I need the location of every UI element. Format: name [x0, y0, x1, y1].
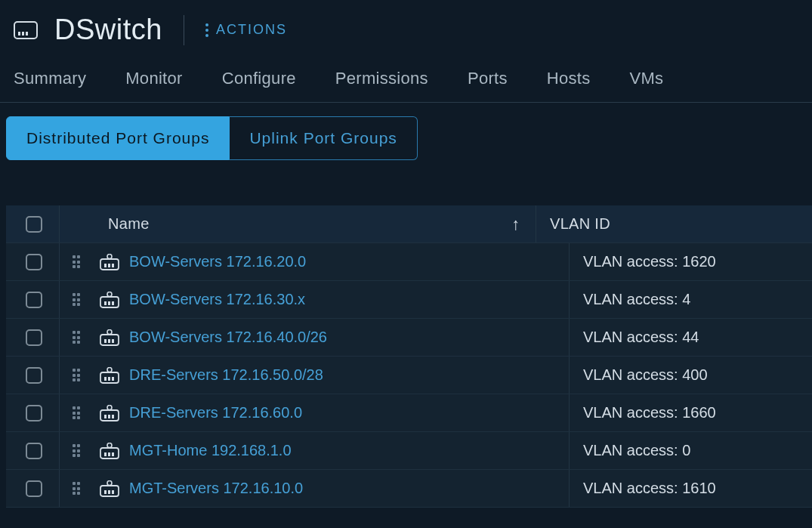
drag-handle-icon[interactable] — [73, 293, 81, 306]
drag-handle-icon[interactable] — [73, 255, 81, 268]
tab-vms[interactable]: VMs — [627, 63, 667, 102]
vlan-id-value: VLAN access: 1660 — [583, 404, 716, 421]
svg-point-26 — [107, 367, 112, 372]
svg-rect-24 — [108, 377, 110, 381]
sort-ascending-icon[interactable]: ↑ — [511, 215, 520, 234]
svg-point-14 — [107, 292, 112, 296]
port-group-name-link[interactable]: DRE-Servers 172.16.50.0/28 — [129, 366, 323, 384]
table-body: BOW-Servers 172.16.20.0 VLAN access: 162… — [6, 243, 812, 508]
svg-rect-18 — [108, 339, 110, 343]
svg-rect-42 — [108, 490, 110, 494]
svg-rect-12 — [108, 301, 110, 305]
svg-rect-7 — [112, 264, 114, 267]
column-header-vlan-id[interactable]: VLAN ID — [550, 215, 610, 232]
table-row: DRE-Servers 172.16.60.0 VLAN access: 166… — [6, 394, 812, 432]
table-header-row: Name ↑ VLAN ID — [6, 205, 812, 243]
port-group-name-link[interactable]: MGT-Servers 172.16.10.0 — [129, 480, 303, 497]
svg-rect-17 — [104, 339, 107, 343]
svg-rect-0 — [14, 22, 37, 39]
tab-permissions[interactable]: Permissions — [332, 63, 431, 102]
table-row: MGT-Home 192.168.1.0 VLAN access: 0 — [6, 432, 812, 470]
port-group-name-link[interactable]: MGT-Home 192.168.1.0 — [129, 442, 292, 459]
vlan-id-value: VLAN access: 0 — [583, 442, 690, 459]
vlan-id-value: VLAN access: 4 — [583, 291, 690, 307]
svg-rect-2 — [22, 32, 24, 36]
tab-configure[interactable]: Configure — [219, 63, 299, 102]
port-group-name-link[interactable]: BOW-Servers 172.16.40.0/26 — [129, 329, 327, 346]
drag-handle-icon[interactable] — [73, 369, 81, 381]
drag-handle-icon[interactable] — [73, 482, 81, 495]
svg-rect-29 — [104, 415, 107, 418]
svg-rect-11 — [104, 301, 107, 305]
svg-rect-30 — [108, 415, 110, 418]
svg-point-38 — [107, 443, 112, 447]
port-group-icon — [100, 292, 119, 308]
row-checkbox[interactable] — [26, 443, 42, 459]
svg-rect-19 — [112, 339, 114, 343]
table-row: MGT-Servers 172.16.10.0 VLAN access: 161… — [6, 470, 812, 508]
kebab-icon — [205, 23, 208, 37]
drag-handle-icon[interactable] — [73, 406, 81, 419]
tab-ports[interactable]: Ports — [465, 63, 511, 102]
svg-point-20 — [107, 329, 112, 334]
svg-rect-36 — [108, 452, 110, 456]
port-group-icon — [100, 443, 119, 459]
svg-rect-43 — [112, 490, 114, 494]
page-header: DSwitch ACTIONS — [0, 0, 812, 54]
svg-rect-13 — [112, 301, 114, 305]
actions-label: ACTIONS — [216, 22, 287, 38]
table-row: BOW-Servers 172.16.20.0 VLAN access: 162… — [6, 243, 812, 281]
drag-handle-icon[interactable] — [73, 444, 81, 457]
svg-rect-1 — [18, 32, 20, 36]
column-header-name[interactable]: Name — [108, 215, 150, 233]
svg-rect-31 — [112, 415, 114, 418]
subtab-uplink-port-groups[interactable]: Uplink Port Groups — [230, 116, 417, 160]
port-group-icon — [100, 329, 119, 346]
row-checkbox[interactable] — [26, 254, 42, 270]
vlan-id-value: VLAN access: 44 — [583, 329, 699, 345]
row-checkbox[interactable] — [26, 292, 42, 308]
svg-point-8 — [107, 254, 112, 258]
row-checkbox[interactable] — [26, 329, 42, 346]
svg-rect-41 — [104, 490, 107, 494]
drag-handle-icon[interactable] — [73, 331, 81, 344]
port-groups-table: Name ↑ VLAN ID — [6, 205, 812, 508]
svg-rect-5 — [104, 264, 107, 267]
tab-summary[interactable]: Summary — [11, 63, 89, 102]
divider — [184, 15, 184, 45]
table-row: BOW-Servers 172.16.30.x VLAN access: 4 — [6, 281, 812, 319]
svg-rect-25 — [112, 377, 114, 381]
svg-rect-3 — [26, 32, 28, 36]
svg-point-44 — [107, 480, 112, 485]
svg-rect-6 — [108, 264, 110, 267]
subtab-distributed-port-groups[interactable]: Distributed Port Groups — [6, 116, 230, 160]
port-group-name-link[interactable]: BOW-Servers 172.16.20.0 — [129, 253, 306, 270]
svg-rect-23 — [104, 377, 107, 381]
port-group-name-link[interactable]: DRE-Servers 172.16.60.0 — [129, 404, 302, 421]
select-all-checkbox[interactable] — [26, 216, 42, 233]
vlan-id-value: VLAN access: 1620 — [583, 253, 716, 270]
port-group-icon — [100, 480, 119, 497]
svg-rect-37 — [112, 452, 114, 456]
port-group-icon — [100, 367, 119, 384]
tab-monitor[interactable]: Monitor — [122, 63, 185, 102]
svg-point-32 — [107, 405, 112, 409]
port-group-name-link[interactable]: BOW-Servers 172.16.30.x — [129, 291, 305, 308]
row-checkbox[interactable] — [26, 405, 42, 421]
row-checkbox[interactable] — [26, 367, 42, 384]
primary-tabs: Summary Monitor Configure Permissions Po… — [0, 54, 812, 103]
dswitch-icon — [14, 21, 38, 39]
table-row: DRE-Servers 172.16.50.0/28 VLAN access: … — [6, 357, 812, 394]
svg-rect-35 — [104, 452, 107, 456]
port-group-icon — [100, 254, 119, 270]
page-title: DSwitch — [54, 14, 162, 46]
vlan-id-value: VLAN access: 400 — [583, 366, 708, 383]
sub-tabs: Distributed Port Groups Uplink Port Grou… — [6, 116, 812, 160]
tab-hosts[interactable]: Hosts — [544, 63, 594, 102]
row-checkbox[interactable] — [26, 480, 42, 497]
table-row: BOW-Servers 172.16.40.0/26 VLAN access: … — [6, 319, 812, 357]
vlan-id-value: VLAN access: 1610 — [583, 480, 716, 496]
actions-menu-button[interactable]: ACTIONS — [205, 22, 287, 38]
port-group-icon — [100, 405, 119, 421]
